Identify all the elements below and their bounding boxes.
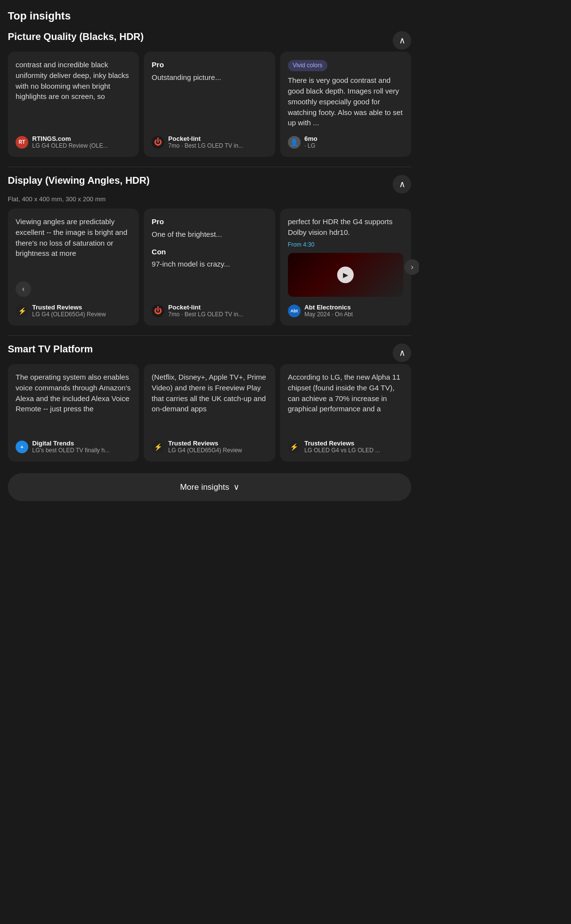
rtings-icon: RT (16, 136, 28, 149)
section-picture-quality: Picture Quality (Blacks, HDR) ∧ contrast… (8, 31, 411, 157)
page-title: Top insights (8, 10, 411, 22)
card-display-1: Viewing angles are predictably excellent… (8, 209, 139, 326)
card-body-display-1: Viewing angles are predictably excellent… (16, 216, 131, 276)
source-name-display-1: Trusted Reviews (32, 304, 106, 311)
vivid-colors-tag: Vivid colors (288, 60, 327, 71)
trustedreviews-icon-2: ⚡ (152, 441, 164, 453)
card-display-3: perfect for HDR the G4 supports Dolby vi… (280, 209, 411, 326)
user-avatar-icon: 👤 (288, 136, 301, 149)
source-meta-smart-tv-3: LG OLED G4 vs LG OLED ... (305, 447, 380, 454)
source-meta-smart-tv-1: LG's best OLED TV finally h... (32, 447, 110, 454)
section-smart-tv: Smart TV Platform ∧ The operating system… (8, 344, 411, 462)
card-footer-picture-quality-3: 👤 6mo · LG (288, 135, 403, 149)
smart-tv-cards: The operating system also enables voice … (8, 364, 411, 462)
source-meta-smart-tv-2: LG G4 (OLED65G4) Review (168, 447, 242, 454)
card-picture-quality-2: Pro Outstanding picture... ⏻ Pocket-lint… (144, 52, 275, 157)
pro-label-picture-quality-2: Pro (152, 59, 267, 70)
chevron-up-icon-3: ∧ (399, 347, 405, 358)
source-info-display-1: Trusted Reviews LG G4 (OLED65G4) Review (32, 304, 106, 318)
play-button[interactable]: ▶ (337, 267, 354, 283)
digitaltrends-icon: + (16, 441, 28, 453)
source-meta-display-2: 7mo · Best LG OLED TV in... (168, 311, 243, 318)
card-footer-smart-tv-3: ⚡ Trusted Reviews LG OLED G4 vs LG OLED … (288, 440, 403, 454)
more-insights-label: More insights (180, 482, 229, 492)
section-subtitle-display: Flat, 400 x 400 mm, 300 x 200 mm (8, 195, 411, 203)
card-body-smart-tv-3: According to LG, the new Alpha 11 chipse… (288, 372, 403, 433)
card-body-smart-tv-2: (Netflix, Disney+, Apple TV+, Prime Vide… (152, 372, 267, 433)
card-text-display-3: perfect for HDR the G4 supports Dolby vi… (288, 216, 403, 238)
source-name-smart-tv-3: Trusted Reviews (305, 440, 380, 447)
source-name-smart-tv-1: Digital Trends (32, 440, 110, 447)
source-name-display-3: Abt Electronics (305, 304, 353, 311)
video-from-label: From 4:30 (288, 241, 403, 249)
card-smart-tv-2: (Netflix, Disney+, Apple TV+, Prime Vide… (144, 364, 275, 462)
chevron-down-icon: ∨ (233, 482, 239, 492)
trustedreviews-icon-3: ⚡ (288, 441, 301, 453)
divider-1 (8, 167, 411, 167)
pro-label-display-2: Pro (152, 216, 267, 227)
source-name-picture-quality-3: 6mo (305, 135, 318, 142)
con-label-display-2: Con (152, 247, 267, 257)
source-info-picture-quality-3: 6mo · LG (305, 135, 318, 149)
card-smart-tv-1: The operating system also enables voice … (8, 364, 139, 462)
card-display-2: Pro One of the brightest... Con 97-inch … (144, 209, 275, 326)
arrow-right-icon: › (411, 263, 413, 271)
pro-text-display-2: One of the brightest... (152, 229, 267, 240)
source-name-display-2: Pocket-lint (168, 304, 243, 311)
section-title-display: Display (Viewing Angles, HDR) (8, 175, 150, 186)
card-footer-display-1: ⚡ Trusted Reviews LG G4 (OLED65G4) Revie… (16, 304, 131, 318)
display-card-1-nav: ‹ (16, 281, 131, 297)
source-info-display-2: Pocket-lint 7mo · Best LG OLED TV in... (168, 304, 243, 318)
card-body-smart-tv-1: The operating system also enables voice … (16, 372, 131, 433)
play-icon: ▶ (343, 270, 348, 280)
trustedreviews-icon-1: ⚡ (16, 305, 28, 317)
divider-2 (8, 335, 411, 336)
abt-icon: Abt (288, 305, 301, 317)
card-text-picture-quality-3: There is very good contrast and good bla… (288, 75, 403, 128)
section-title-smart-tv: Smart TV Platform (8, 344, 93, 355)
source-info-display-3: Abt Electronics May 2024 · On Abt (305, 304, 353, 318)
source-name-picture-quality-2: Pocket-lint (168, 135, 243, 142)
source-meta-display-1: LG G4 (OLED65G4) Review (32, 311, 106, 318)
source-name-picture-quality-1: RTINGS.com (32, 135, 108, 142)
collapse-picture-quality-button[interactable]: ∧ (393, 31, 411, 50)
source-info-picture-quality-2: Pocket-lint 7mo · Best LG OLED TV in... (168, 135, 243, 149)
arrow-left-icon: ‹ (22, 285, 24, 293)
card-footer-smart-tv-2: ⚡ Trusted Reviews LG G4 (OLED65G4) Revie… (152, 440, 267, 454)
pro-text-picture-quality-2: Outstanding picture... (152, 72, 267, 83)
source-info-smart-tv-3: Trusted Reviews LG OLED G4 vs LG OLED ..… (305, 440, 380, 454)
card-smart-tv-3: According to LG, the new Alpha 11 chipse… (280, 364, 411, 462)
source-meta-picture-quality-3: · LG (305, 142, 318, 149)
source-meta-picture-quality-1: LG G4 OLED Review (OLE... (32, 142, 108, 149)
card-footer-display-2: ⏻ Pocket-lint 7mo · Best LG OLED TV in..… (152, 304, 267, 318)
source-meta-display-3: May 2024 · On Abt (305, 311, 353, 318)
card-picture-quality-1: contrast and incredible black uniformity… (8, 52, 139, 157)
card-body-display-3: perfect for HDR the G4 supports Dolby vi… (288, 216, 403, 297)
video-thumbnail[interactable]: ▶ (288, 253, 403, 297)
card-footer-smart-tv-1: + Digital Trends LG's best OLED TV final… (16, 440, 131, 454)
card-footer-picture-quality-1: RT RTINGS.com LG G4 OLED Review (OLE... (16, 135, 131, 149)
chevron-up-icon: ∧ (399, 35, 405, 46)
section-title-picture-quality: Picture Quality (Blacks, HDR) (8, 31, 144, 42)
card-picture-quality-3: Vivid colors There is very good contrast… (280, 52, 411, 157)
next-arrow-display-3[interactable]: › (404, 259, 419, 275)
source-name-smart-tv-2: Trusted Reviews (168, 440, 242, 447)
source-meta-picture-quality-2: 7mo · Best LG OLED TV in... (168, 142, 243, 149)
con-text-display-2: 97-inch model is crazy... (152, 259, 267, 270)
card-footer-display-3: Abt Abt Electronics May 2024 · On Abt (288, 304, 403, 318)
collapse-display-button[interactable]: ∧ (393, 175, 411, 193)
card-body-picture-quality-2: Pro Outstanding picture... (152, 59, 267, 128)
card-body-display-2: Pro One of the brightest... Con 97-inch … (152, 216, 267, 297)
more-insights-button[interactable]: More insights ∨ (8, 473, 411, 501)
source-info-smart-tv-2: Trusted Reviews LG G4 (OLED65G4) Review (168, 440, 242, 454)
section-display: Display (Viewing Angles, HDR) ∧ Flat, 40… (8, 175, 411, 326)
source-info-smart-tv-1: Digital Trends LG's best OLED TV finally… (32, 440, 110, 454)
picture-quality-cards: contrast and incredible black uniformity… (8, 52, 411, 157)
card-body-picture-quality-1: contrast and incredible black uniformity… (16, 59, 131, 128)
prev-arrow-display-1[interactable]: ‹ (16, 281, 31, 297)
display-cards: Viewing angles are predictably excellent… (8, 209, 411, 326)
card-footer-picture-quality-2: ⏻ Pocket-lint 7mo · Best LG OLED TV in..… (152, 135, 267, 149)
card-body-picture-quality-3: Vivid colors There is very good contrast… (288, 59, 403, 128)
collapse-smart-tv-button[interactable]: ∧ (393, 344, 411, 362)
pocketlint-icon-1: ⏻ (152, 136, 164, 149)
